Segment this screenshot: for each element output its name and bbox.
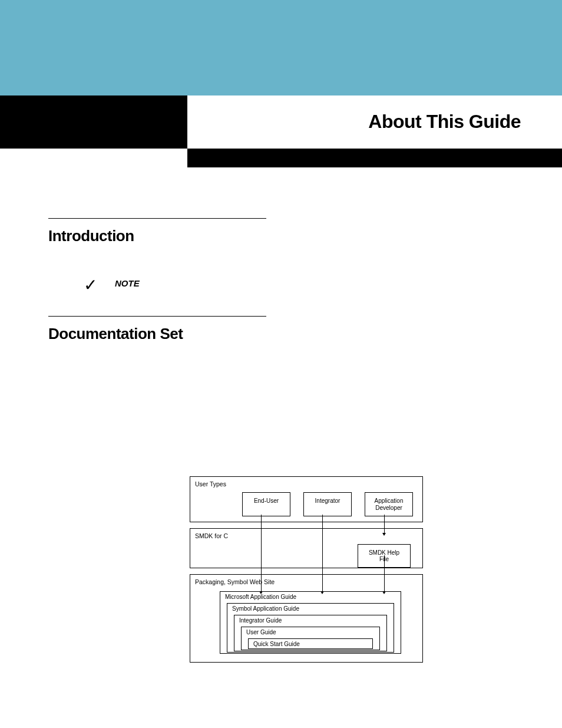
diagram-stack: Microsoft Application Guide Symbol Appli…	[195, 590, 418, 660]
header-black-strip	[187, 149, 562, 167]
checkmark-icon: ✓	[84, 277, 97, 294]
stack-label: Integrator Guide	[239, 617, 282, 624]
diagram-arrow-line	[322, 515, 323, 592]
diagram-label-user-types: User Types	[195, 480, 418, 487]
page-title: About This Guide	[368, 111, 521, 133]
section-heading-introduction: Introduction	[48, 227, 520, 245]
diagram-arrowhead-icon	[382, 591, 386, 594]
top-banner	[0, 0, 562, 95]
header-black-left	[0, 95, 187, 149]
stack-label: User Guide	[246, 629, 276, 635]
diagram-box-end-user: End-User	[242, 492, 290, 516]
diagram-box-app-developer: Application Developer	[365, 492, 413, 516]
diagram-arrowhead-icon	[320, 591, 324, 594]
diagram-stack-quick-start: Quick Start Guide	[248, 638, 373, 649]
diagram-group-smdk: SMDK for C SMDK Help File	[190, 528, 423, 568]
note-block: ✓ NOTE	[48, 277, 520, 294]
content-area: Introduction ✓ NOTE Documentation Set	[48, 218, 520, 343]
section-documentation-set: Documentation Set	[48, 316, 520, 343]
section-heading-documentation-set: Documentation Set	[48, 325, 520, 343]
diagram-group-packaging: Packaging, Symbol Web Site Microsoft App…	[190, 574, 423, 663]
diagram-arrow-line	[261, 515, 262, 592]
stack-label: Microsoft Application Guide	[225, 594, 296, 600]
diagram-box-integrator: Integrator	[303, 492, 352, 516]
diagram-arrowhead-icon	[259, 591, 263, 594]
note-label: NOTE	[115, 278, 140, 288]
diagram-arrow-line	[384, 515, 385, 534]
stack-label: Symbol Application Guide	[232, 605, 299, 612]
diagram-arrowhead-icon	[382, 533, 386, 536]
diagram-group-user-types: User Types End-User Integrator Applicati…	[190, 476, 423, 522]
section-divider	[48, 218, 266, 219]
stack-label: Quick Start Guide	[253, 641, 300, 647]
diagram-arrow-line	[384, 555, 385, 592]
diagram-user-row: End-User Integrator Application Develope…	[242, 492, 418, 516]
section-divider	[48, 316, 266, 317]
documentation-diagram: User Types End-User Integrator Applicati…	[190, 476, 423, 668]
